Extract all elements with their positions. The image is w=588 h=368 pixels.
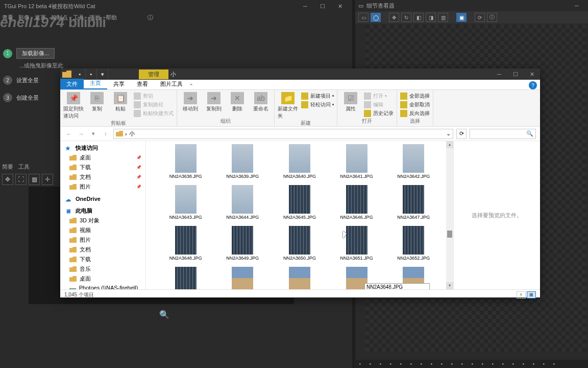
refresh-button[interactable]: ⟳ [456, 129, 467, 139]
file-item[interactable]: NN2A3651.JPG [338, 226, 375, 267]
file-item[interactable]: NN2A3648.JPG [167, 226, 204, 267]
copy-button[interactable]: ⎘复制 [87, 92, 107, 112]
task-icon[interactable]: ▪ [396, 361, 405, 367]
select-all-button[interactable]: 全部选择 [400, 92, 430, 100]
tab-file[interactable]: 文件 [60, 79, 84, 89]
tab-tools[interactable]: 工具 [18, 163, 30, 171]
tool-move-icon[interactable]: ✥ [2, 174, 13, 185]
tab-share[interactable]: 共享 [107, 79, 131, 89]
file-grid[interactable]: NN2A3638.JPGNN2A3639.JPGNN2A3640.JPGNN2A… [146, 141, 453, 289]
task-icon[interactable]: ▪ [478, 361, 487, 367]
file-item[interactable]: NN2A3644.JPG [224, 185, 261, 226]
dview-circle-icon[interactable]: ◯ [371, 13, 381, 22]
file-item[interactable]: NN2A3646.JPG [338, 185, 375, 226]
tab-view[interactable]: 查看 [131, 79, 154, 89]
file-item[interactable]: NN2A3645.JPG [281, 185, 318, 226]
nav-forward-icon[interactable]: → [77, 131, 86, 137]
taskbar[interactable]: ▪▪ ▪▪ ▪▪ ▪▪ ▪▪ ▪▪ ▪▪ ▪▪ ▪▪ ▪▪ [354, 360, 588, 368]
dview-move-icon[interactable]: ✥ [389, 13, 399, 22]
task-icon[interactable]: ▪ [376, 361, 385, 367]
open-button[interactable]: 打开 • [364, 92, 394, 100]
explorer-titlebar[interactable]: ▪ ▪ ▾ 管理 小 ─ ☐ ✕ [60, 68, 540, 80]
detail-titlebar[interactable]: ▭ 细节查看器 ─ [355, 0, 588, 11]
copy-path-button[interactable]: 复制路径 [134, 101, 174, 109]
magnifier-icon[interactable]: 🔍 [159, 310, 169, 319]
file-item[interactable]: NN2A3652.JPG [395, 226, 432, 267]
breadcrumb[interactable]: › 小 ⌄ [113, 129, 453, 139]
nav-recent-icon[interactable]: ▾ [89, 130, 98, 137]
context-tab-manage[interactable]: 管理 [139, 70, 168, 79]
file-item[interactable]: NN2A3639.JPG [224, 144, 261, 185]
dview-layout1-icon[interactable]: ◧ [413, 13, 424, 22]
task-icon[interactable]: ▪ [447, 361, 456, 367]
menu-help[interactable]: 帮助 [106, 14, 117, 21]
nav-up-icon[interactable]: ↑ [101, 131, 110, 137]
detail-minimize-button[interactable]: ─ [569, 1, 585, 11]
task-icon[interactable]: ▪ [508, 361, 518, 367]
scroll-down-icon[interactable]: ▾ [446, 282, 453, 289]
task-icon[interactable]: ▪ [488, 361, 497, 367]
copy-to-button[interactable]: ➔复制到 [204, 92, 224, 112]
edit-button[interactable]: 编辑 [364, 101, 394, 109]
tab-home[interactable]: 主页 [84, 78, 107, 89]
task-icon[interactable]: ▪ [549, 361, 558, 367]
tab-picture-tools[interactable]: 图片工具 [154, 79, 189, 89]
task-icon[interactable]: ▪ [529, 361, 538, 367]
move-to-button[interactable]: ➔移动到 [180, 92, 201, 112]
tool-fit-icon[interactable]: ⛶ [15, 174, 27, 185]
cut-button[interactable]: 剪切 [134, 92, 174, 100]
nav-pictures[interactable]: 图片📌 [60, 182, 145, 192]
paste-button[interactable]: 📋粘贴 [110, 92, 131, 112]
file-item[interactable]: NN2A3638.JPG [167, 144, 204, 185]
dview-rotate-icon[interactable]: ↻ [401, 13, 411, 22]
close-button[interactable]: ✕ [332, 1, 348, 11]
nav-quick-access[interactable]: ★快速访问 [60, 143, 145, 153]
task-icon[interactable]: ▪ [406, 361, 415, 367]
nav-desktop[interactable]: 桌面📌 [60, 153, 145, 163]
delete-button[interactable]: ✕删除 [227, 92, 248, 112]
invert-selection-button[interactable]: 反向选择 [400, 109, 430, 118]
nav-downloads-2[interactable]: 下载 [60, 255, 145, 264]
paste-shortcut-button[interactable]: 粘贴快捷方式 [134, 109, 174, 118]
history-button[interactable]: 历史记录 [364, 109, 394, 118]
nav-onedrive[interactable]: ☁OneDrive [60, 195, 145, 203]
scroll-thumb[interactable] [447, 231, 452, 238]
explorer-minimize-button[interactable]: ─ [491, 69, 507, 79]
tool-1to1-icon[interactable]: ▦ [29, 174, 40, 185]
pin-quick-access-button[interactable]: 📌固定到快速访问 [63, 92, 84, 120]
ribbon-collapse-icon[interactable]: ⌃ [189, 83, 193, 89]
nav-back-icon[interactable]: ← [64, 131, 74, 137]
help-icon[interactable]: ? [529, 81, 537, 89]
task-icon[interactable]: ▪ [468, 361, 477, 367]
tool-cross-icon[interactable]: ✛ [42, 174, 53, 185]
task-icon[interactable]: ▪ [416, 361, 426, 367]
new-folder-button[interactable]: 📁新建文件夹 [278, 92, 298, 120]
dview-layout2-icon[interactable]: ◨ [426, 13, 436, 22]
scroll-up-icon[interactable]: ▴ [446, 141, 453, 148]
easy-access-button[interactable]: 轻松访问 • [301, 101, 334, 109]
nav-pictures-2[interactable]: 图片 [60, 235, 145, 245]
nav-documents[interactable]: 文档📌 [60, 172, 145, 182]
file-item[interactable]: NN2A3647.JPG [395, 185, 432, 226]
task-icon[interactable]: ▪ [386, 361, 395, 367]
file-item[interactable]: NN2A3640.JPG [281, 144, 318, 185]
select-none-button[interactable]: 全部取消 [400, 101, 430, 109]
rename-button[interactable]: ab重命名 [251, 92, 271, 112]
view-thumbnails-button[interactable]: ▦ [527, 291, 536, 298]
dview-layout3-icon[interactable]: ▥ [438, 13, 448, 22]
explorer-close-button[interactable]: ✕ [524, 69, 540, 79]
file-item[interactable]: NN2A3643.JPG [167, 185, 204, 226]
properties-button[interactable]: ☑属性 [340, 92, 361, 112]
file-item[interactable] [167, 267, 204, 289]
nav-photoes-drive[interactable]: Photoes (\\NAS-firehell) (A:) [60, 284, 145, 289]
task-icon[interactable]: ▪ [365, 361, 375, 367]
ptgui-titlebar[interactable]: TGui Pro 12 beta 4被授权给Wild Cat ─ ☐ ✕ [0, 0, 352, 12]
task-icon[interactable]: ▪ [457, 361, 467, 367]
file-item[interactable]: NN2A3642.JPG [395, 144, 432, 185]
nav-documents-2[interactable]: 文档 [60, 245, 145, 255]
file-item[interactable]: NN2A3650.JPG [281, 226, 318, 267]
nav-videos[interactable]: 视频 [60, 225, 145, 235]
dview-rect-icon[interactable]: ▭ [358, 13, 369, 22]
info-icon[interactable]: ⓘ [148, 14, 153, 21]
explorer-maximize-button[interactable]: ☐ [507, 69, 524, 79]
